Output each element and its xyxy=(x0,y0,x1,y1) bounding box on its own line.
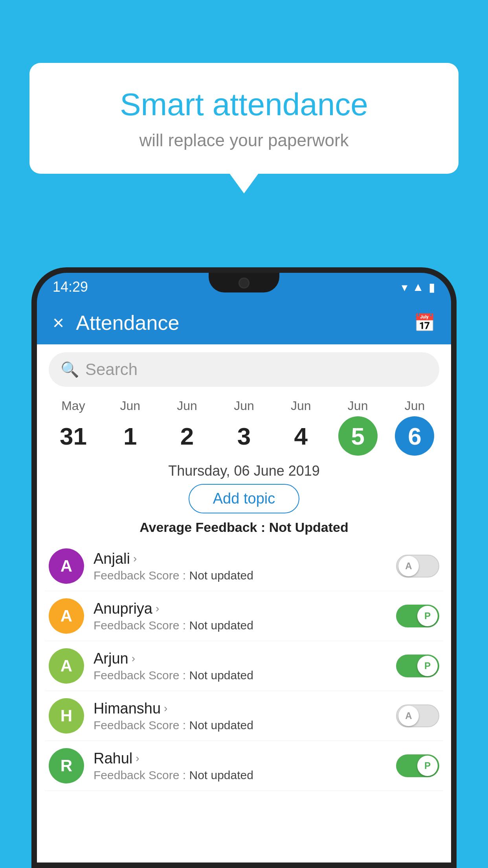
avg-feedback: Average Feedback : Not Updated xyxy=(37,520,451,535)
student-avatar: A xyxy=(49,598,84,634)
phone-volume-button xyxy=(31,383,37,414)
cal-date[interactable]: 3 xyxy=(224,416,264,456)
cal-date[interactable]: 4 xyxy=(281,416,321,456)
search-placeholder: Search xyxy=(85,360,138,379)
app-bar: × Attendance 📅 xyxy=(37,301,451,344)
attendance-toggle[interactable]: A xyxy=(396,555,439,577)
cal-date[interactable]: 2 xyxy=(167,416,207,456)
speech-bubble-title: Smart attendance xyxy=(61,86,427,123)
speech-bubble: Smart attendance will replace your paper… xyxy=(29,63,459,174)
attendance-toggle[interactable]: P xyxy=(396,655,439,677)
cal-month: Jun xyxy=(405,399,425,413)
cal-date[interactable]: 1 xyxy=(110,416,150,456)
status-icons: ▾ ▲ ▮ xyxy=(402,280,435,294)
search-icon: 🔍 xyxy=(61,361,79,378)
student-row[interactable]: AAnjali ›Feedback Score : Not updatedA xyxy=(45,541,443,591)
student-info: Anjali ›Feedback Score : Not updated xyxy=(94,550,387,582)
phone-power-button xyxy=(451,371,457,418)
cal-date[interactable]: 31 xyxy=(53,416,93,456)
phone-notch xyxy=(209,273,279,292)
cal-date[interactable]: 5 xyxy=(338,416,378,456)
student-avatar: A xyxy=(49,648,84,684)
student-info: Rahul ›Feedback Score : Not updated xyxy=(94,750,387,782)
toggle-knob: P xyxy=(417,656,438,676)
student-avatar: R xyxy=(49,748,84,783)
student-feedback: Feedback Score : Not updated xyxy=(94,769,387,782)
calendar-day[interactable]: Jun5 xyxy=(334,399,382,456)
selected-date-label: Thursday, 06 June 2019 xyxy=(37,463,451,479)
app-title: Attendance xyxy=(76,311,414,335)
cal-month: Jun xyxy=(234,399,254,413)
student-row[interactable]: AAnupriya ›Feedback Score : Not updatedP xyxy=(45,591,443,641)
phone-frame: 14:29 ▾ ▲ ▮ × Attendance 📅 🔍 Search May3… xyxy=(31,267,457,868)
student-name: Anjali › xyxy=(94,550,387,567)
wifi-icon: ▾ xyxy=(402,280,407,294)
toggle-knob: P xyxy=(417,756,438,776)
chevron-icon: › xyxy=(132,652,135,665)
student-info: Himanshu ›Feedback Score : Not updated xyxy=(94,700,387,732)
student-info: Anupriya ›Feedback Score : Not updated xyxy=(94,600,387,632)
cal-date[interactable]: 6 xyxy=(395,416,434,456)
calendar-day[interactable]: Jun4 xyxy=(277,399,325,456)
speech-bubble-subtitle: will replace your paperwork xyxy=(61,131,427,150)
cal-month: Jun xyxy=(177,399,197,413)
calendar-day[interactable]: Jun1 xyxy=(106,399,154,456)
calendar-day[interactable]: Jun6 xyxy=(391,399,438,456)
chevron-icon: › xyxy=(164,702,167,715)
status-time: 14:29 xyxy=(53,279,88,295)
speech-bubble-container: Smart attendance will replace your paper… xyxy=(29,63,459,174)
attendance-toggle[interactable]: P xyxy=(396,754,439,777)
signal-icon: ▲ xyxy=(412,280,424,294)
toggle-knob: A xyxy=(398,556,419,576)
student-avatar: H xyxy=(49,698,84,734)
cal-month: Jun xyxy=(348,399,368,413)
add-topic-button[interactable]: Add topic xyxy=(189,484,299,513)
search-bar[interactable]: 🔍 Search xyxy=(49,352,439,387)
attendance-toggle[interactable]: P xyxy=(396,605,439,627)
student-row[interactable]: RRahul ›Feedback Score : Not updatedP xyxy=(45,741,443,791)
student-feedback: Feedback Score : Not updated xyxy=(94,669,387,682)
student-list: AAnjali ›Feedback Score : Not updatedAAA… xyxy=(37,541,451,791)
calendar-day[interactable]: Jun3 xyxy=(220,399,268,456)
phone-camera xyxy=(238,278,250,289)
chevron-icon: › xyxy=(133,552,137,565)
cal-month: Jun xyxy=(120,399,140,413)
chevron-icon: › xyxy=(136,752,139,765)
student-feedback: Feedback Score : Not updated xyxy=(94,569,387,582)
student-row[interactable]: HHimanshu ›Feedback Score : Not updatedA xyxy=(45,691,443,741)
student-feedback: Feedback Score : Not updated xyxy=(94,619,387,632)
student-name: Himanshu › xyxy=(94,700,387,717)
toggle-knob: A xyxy=(398,706,419,726)
calendar-icon[interactable]: 📅 xyxy=(414,313,435,333)
student-feedback: Feedback Score : Not updated xyxy=(94,719,387,732)
calendar-day[interactable]: Jun2 xyxy=(163,399,211,456)
chevron-icon: › xyxy=(156,602,159,615)
cal-month: May xyxy=(61,399,85,413)
phone-screen: 🔍 Search May31Jun1Jun2Jun3Jun4Jun5Jun6 T… xyxy=(37,344,451,862)
close-button[interactable]: × xyxy=(53,311,64,334)
student-info: Arjun ›Feedback Score : Not updated xyxy=(94,650,387,682)
calendar-day[interactable]: May31 xyxy=(50,399,97,456)
attendance-toggle[interactable]: A xyxy=(396,704,439,727)
student-avatar: A xyxy=(49,548,84,584)
student-name: Arjun › xyxy=(94,650,387,667)
student-row[interactable]: AArjun ›Feedback Score : Not updatedP xyxy=(45,641,443,691)
toggle-knob: P xyxy=(417,606,438,626)
cal-month: Jun xyxy=(291,399,311,413)
calendar-strip: May31Jun1Jun2Jun3Jun4Jun5Jun6 xyxy=(37,395,451,456)
student-name: Anupriya › xyxy=(94,600,387,617)
student-name: Rahul › xyxy=(94,750,387,767)
battery-icon: ▮ xyxy=(429,280,435,294)
